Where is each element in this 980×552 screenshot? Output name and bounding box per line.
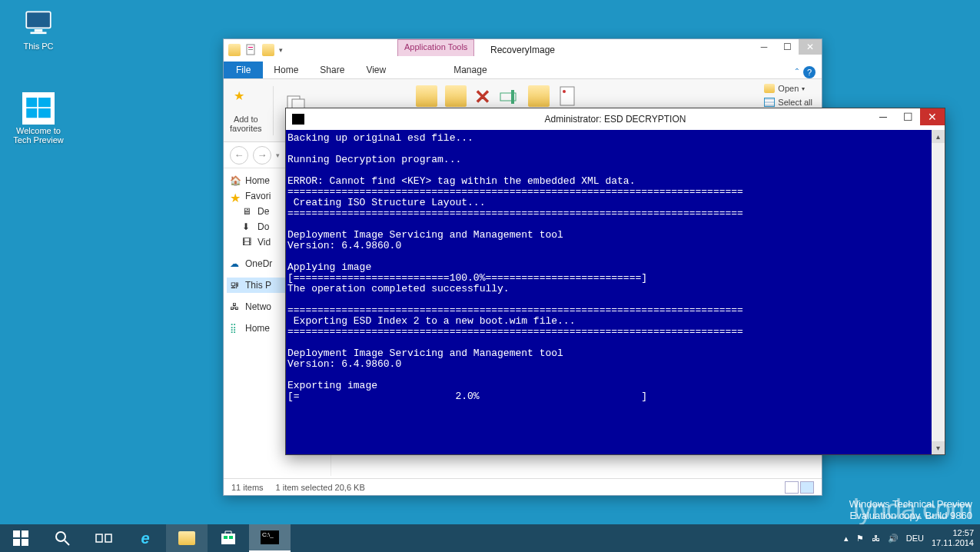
recent-locations-icon[interactable]: ▾	[276, 151, 280, 159]
ribbon-label: Add to favorites	[230, 115, 262, 133]
folder-icon	[178, 531, 195, 545]
pc-icon: 🖳	[230, 280, 241, 291]
video-icon: 🎞	[242, 237, 253, 248]
back-button[interactable]: ←	[230, 146, 248, 165]
sidebar-item-label: Do	[257, 221, 269, 232]
scroll-down-icon[interactable]: ▾	[932, 441, 945, 454]
delete-button[interactable]: ✕	[474, 85, 491, 109]
ribbon-label: Select all	[778, 98, 812, 107]
task-view-button[interactable]	[83, 524, 125, 552]
status-selection: 1 item selected 20,6 KB	[276, 483, 365, 492]
console-scrollbar[interactable]: ▴ ▾	[932, 130, 945, 454]
properties-button[interactable]	[557, 85, 579, 107]
pc-icon	[22, 8, 55, 40]
svg-rect-2	[31, 32, 47, 35]
open-button[interactable]: Open▾	[764, 84, 812, 93]
svg-rect-23	[96, 534, 102, 542]
add-to-favorites-button[interactable]: ★ Add to favorites	[230, 88, 262, 133]
tray-language[interactable]: DEU	[906, 534, 924, 543]
svg-rect-5	[38, 98, 51, 107]
svg-rect-24	[105, 534, 111, 542]
search-button[interactable]	[42, 524, 83, 552]
view-icons-button[interactable]	[800, 481, 814, 494]
tab-share[interactable]: Share	[309, 62, 355, 78]
tray-clock[interactable]: 12:57 17.11.2014	[932, 528, 974, 548]
svg-rect-15	[560, 87, 574, 105]
taskbar: e C:\_ ▴ ⚑ 🖧 🔊 DEU 12:57 17.11.2014	[0, 524, 980, 552]
lynda-overprint: lynda.com	[853, 494, 972, 526]
system-tray: ▴ ⚑ 🖧 🔊 DEU 12:57 17.11.2014	[838, 524, 980, 552]
console-titlebar[interactable]: Administrator: ESD DECRYPTION ─ ☐ ✕	[286, 108, 945, 130]
tray-network-icon[interactable]: 🖧	[872, 534, 880, 543]
rename-button[interactable]	[499, 85, 520, 107]
maximize-button[interactable]: ☐	[776, 39, 799, 55]
explorer-title: RecoveryImage	[490, 45, 555, 55]
taskbar-ie[interactable]: e	[125, 524, 166, 552]
console-window: Administrator: ESD DECRYPTION ─ ☐ ✕ Back…	[285, 108, 945, 455]
minimize-button[interactable]: ─	[752, 39, 776, 55]
move-to-button[interactable]	[416, 85, 437, 107]
tray-expand-icon[interactable]: ▴	[844, 534, 849, 544]
ribbon-collapse-icon[interactable]: ˆ	[796, 67, 799, 78]
sidebar-item-label: OneDr	[245, 258, 272, 269]
explorer-statusbar: 11 items 1 item selected 20,6 KB	[224, 478, 822, 495]
svg-rect-0	[26, 12, 51, 28]
qat-dropdown-icon[interactable]: ▾	[279, 46, 283, 54]
desktop-icon-this-pc[interactable]: This PC	[9, 8, 68, 51]
tab-home[interactable]: Home	[263, 62, 309, 78]
folder-icon[interactable]	[228, 44, 241, 56]
console-output[interactable]: Backing up original esd file... Running …	[286, 130, 945, 454]
star-icon: ★	[230, 191, 241, 201]
sidebar-item-label: Netwo	[245, 301, 271, 312]
start-button[interactable]	[0, 524, 42, 552]
quick-access-toolbar: ▾	[224, 44, 287, 56]
desktop-icon-welcome[interactable]: Welcome to Tech Preview	[9, 92, 68, 145]
sidebar-item-label: De	[257, 206, 269, 217]
close-button[interactable]: ✕	[920, 108, 945, 125]
svg-rect-4	[26, 98, 37, 107]
svg-rect-20	[22, 539, 28, 546]
tray-date: 17.11.2014	[932, 538, 974, 548]
svg-rect-6	[26, 108, 37, 118]
maximize-button[interactable]: ☐	[895, 108, 920, 125]
svg-rect-17	[13, 530, 20, 537]
windows-icon	[22, 92, 55, 125]
help-icon[interactable]: ?	[803, 66, 816, 78]
view-details-button[interactable]	[785, 481, 799, 494]
forward-button[interactable]: →	[253, 146, 271, 165]
tray-volume-icon[interactable]: 🔊	[888, 534, 899, 544]
desktop-icon-label: Welcome to Tech Preview	[9, 126, 68, 145]
status-item-count: 11 items	[231, 483, 264, 492]
desktop-icon: 🖥	[242, 206, 253, 217]
sidebar-item-label: Favori	[245, 191, 271, 201]
svg-rect-1	[35, 29, 43, 32]
ribbon-label: Open	[778, 84, 799, 93]
scroll-up-icon[interactable]: ▴	[932, 130, 945, 143]
tray-flag-icon[interactable]: ⚑	[856, 534, 864, 544]
taskbar-explorer[interactable]	[166, 524, 208, 552]
home-icon: 🏠	[230, 175, 241, 186]
svg-line-22	[65, 540, 69, 545]
explorer-titlebar[interactable]: ▾ Application Tools RecoveryImage ─ ☐ ✕	[224, 39, 822, 61]
download-icon: ⬇	[242, 221, 253, 232]
cmd-icon: C:\_	[261, 530, 279, 544]
ribbon-tabs: File Home Share View Manage ˆ ?	[224, 61, 822, 79]
select-all-button[interactable]: Select all	[764, 98, 812, 107]
close-button[interactable]: ✕	[799, 39, 822, 55]
new-folder-button[interactable]	[528, 85, 550, 107]
properties-icon[interactable]	[245, 44, 257, 56]
copy-to-button[interactable]	[445, 85, 467, 107]
context-tab-application-tools[interactable]: Application Tools	[397, 39, 474, 56]
tab-file[interactable]: File	[224, 62, 263, 78]
network-icon: 🖧	[230, 301, 241, 312]
tab-manage[interactable]: Manage	[443, 62, 497, 78]
taskbar-store[interactable]	[208, 524, 249, 552]
svg-rect-27	[229, 536, 233, 539]
minimize-button[interactable]: ─	[871, 108, 895, 125]
taskbar-cmd[interactable]: C:\_	[249, 524, 291, 552]
sidebar-item-label: This P	[245, 280, 271, 291]
tab-view[interactable]: View	[355, 62, 397, 78]
new-folder-icon[interactable]	[262, 44, 274, 56]
cmd-icon	[292, 114, 304, 125]
sidebar-item-label: Home	[245, 175, 270, 186]
